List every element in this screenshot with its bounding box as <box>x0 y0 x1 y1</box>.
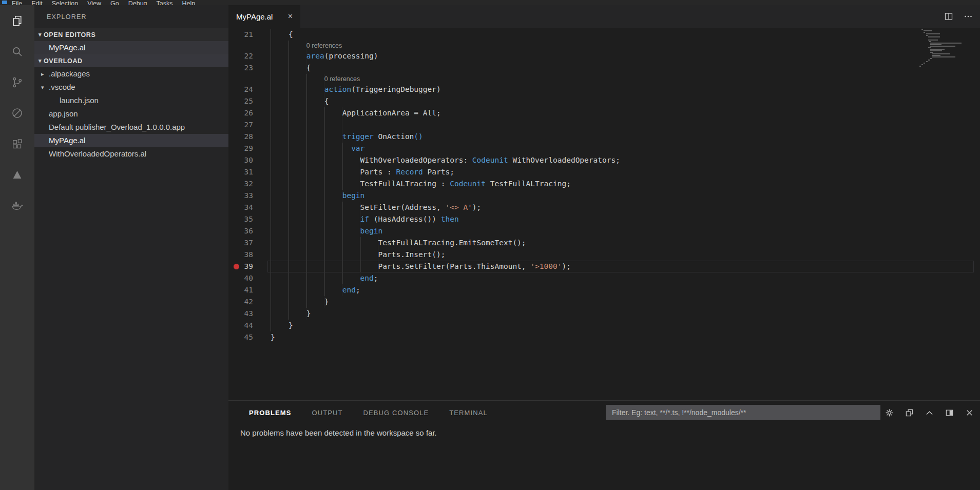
close-icon[interactable]: × <box>288 12 293 21</box>
menu-item-tasks[interactable]: Tasks <box>152 0 178 5</box>
activity-search[interactable] <box>0 36 34 67</box>
code-line-content[interactable]: { <box>271 95 980 107</box>
activity-debug[interactable] <box>0 97 34 128</box>
breakpoint-gutter[interactable]: 31 <box>228 166 271 178</box>
menu-item-edit[interactable]: Edit <box>27 0 47 5</box>
tree-item-default-publisher-overload-1-0-0-0-app[interactable]: Default publisher_Overload_1.0.0.0.app <box>34 121 228 134</box>
code-editor[interactable]: 21{0 references22area(processing)23{0 re… <box>228 28 980 400</box>
filter-icon[interactable] <box>885 408 894 417</box>
menu-item-file[interactable]: File <box>7 0 27 5</box>
breakpoint-gutter[interactable]: 29 <box>228 143 271 154</box>
code-line-content[interactable]: TestFullALTracing.EmitSomeText(); <box>271 237 980 249</box>
code-line-24: 24action(TriggeringDebugger) <box>228 84 980 95</box>
breakpoint-gutter[interactable]: 39 <box>228 261 271 272</box>
problems-filter-input[interactable] <box>606 405 880 420</box>
activity-source-control[interactable] <box>0 67 34 97</box>
code-line-content[interactable] <box>271 119 980 131</box>
activity-docker[interactable] <box>0 190 34 221</box>
code-line-content[interactable]: trigger OnAction() <box>271 131 980 143</box>
menu-item-go[interactable]: Go <box>106 0 124 5</box>
code-line-content[interactable]: end; <box>271 272 980 284</box>
menu-item-debug[interactable]: Debug <box>124 0 152 5</box>
code-line-content[interactable]: action(TriggeringDebugger) <box>271 84 980 95</box>
more-actions-icon[interactable] <box>964 12 973 21</box>
open-editor-item-mypage-al[interactable]: MyPAge.al <box>34 41 228 54</box>
panel-tab-output[interactable]: OUTPUT <box>312 409 342 417</box>
menu-item-selection[interactable]: Selection <box>47 0 83 5</box>
code-line-content[interactable]: area(processing) <box>271 50 980 62</box>
breakpoint-gutter[interactable]: 24 <box>228 84 271 95</box>
code-line-37: 37TestFullALTracing.EmitSomeText(); <box>228 237 980 249</box>
tree-item-alpackages[interactable]: ▸.alpackages <box>34 67 228 81</box>
code-line-content[interactable]: if (HasAddress()) then <box>271 213 980 225</box>
code-line-content[interactable]: SetFilter(Address, '<> A'); <box>271 202 980 213</box>
panel-tab-debug-console[interactable]: DEBUG CONSOLE <box>363 409 429 417</box>
breakpoint-gutter[interactable]: 23 <box>228 62 271 74</box>
section-folder[interactable]: ▾ OVERLOAD <box>34 54 228 67</box>
code-line-30: 30WithOverloadedOperators: Codeunit With… <box>228 154 980 166</box>
breakpoint-gutter[interactable]: 34 <box>228 202 271 213</box>
menu-item-help[interactable]: Help <box>178 0 200 5</box>
code-line-content[interactable]: end; <box>271 284 980 296</box>
breakpoint-gutter[interactable]: 37 <box>228 237 271 249</box>
code-line-content[interactable]: { <box>271 29 980 41</box>
breakpoint-gutter[interactable]: 44 <box>228 320 271 331</box>
codelens-references[interactable]: 0 references <box>324 75 360 83</box>
split-editor-icon[interactable] <box>944 12 953 21</box>
breakpoint-gutter[interactable]: 32 <box>228 178 271 190</box>
tree-item-launch-json[interactable]: launch.json <box>34 94 228 107</box>
activity-azure[interactable] <box>0 159 34 190</box>
breakpoint-gutter[interactable]: 35 <box>228 213 271 225</box>
code-line-content[interactable]: { <box>271 62 980 74</box>
code-line-content[interactable]: } <box>271 331 980 343</box>
move-panel-icon[interactable] <box>945 408 954 417</box>
breakpoint-gutter[interactable]: 22 <box>228 50 271 62</box>
menu-item-view[interactable]: View <box>83 0 106 5</box>
code-line-content[interactable]: WithOverloadedOperators: Codeunit WithOv… <box>271 154 980 166</box>
code-line-content[interactable]: Parts.SetFilter(Parts.ThisAmount, '>1000… <box>271 261 980 272</box>
code-line-content[interactable]: } <box>271 320 980 331</box>
tab-mypage-al[interactable]: MyPAge.al× <box>228 5 300 28</box>
breakpoint-icon[interactable] <box>234 264 239 269</box>
close-panel-icon[interactable] <box>965 408 974 417</box>
breakpoint-gutter[interactable]: 41 <box>228 284 271 296</box>
code-line-content[interactable]: } <box>271 308 980 320</box>
breakpoint-gutter[interactable]: 26 <box>228 107 271 119</box>
code-line-content[interactable]: begin <box>271 190 980 202</box>
tree-item-mypage-al[interactable]: MyPAge.al <box>34 134 228 147</box>
code-line-content[interactable]: } <box>271 296 980 308</box>
breakpoint-gutter[interactable]: 33 <box>228 190 271 202</box>
line-number: 22 <box>244 50 253 62</box>
code-line-content[interactable]: begin <box>271 225 980 237</box>
code-line-content[interactable]: Parts.Insert(); <box>271 249 980 261</box>
breakpoint-gutter[interactable]: 21 <box>228 29 271 41</box>
activity-extensions[interactable] <box>0 128 34 159</box>
breakpoint-gutter[interactable]: 36 <box>228 225 271 237</box>
code-line-content[interactable]: TestFullALTracing : Codeunit TestFullALT… <box>271 178 980 190</box>
minimap[interactable] <box>915 29 973 67</box>
breakpoint-gutter[interactable]: 45 <box>228 331 271 343</box>
breakpoint-gutter[interactable]: 27 <box>228 119 271 131</box>
breakpoint-gutter[interactable]: 40 <box>228 272 271 284</box>
code-line-content[interactable]: var <box>271 143 980 154</box>
collapse-all-icon[interactable] <box>905 408 914 417</box>
panel-tab-terminal[interactable]: TERMINAL <box>449 409 488 417</box>
activity-explorer[interactable] <box>0 5 34 36</box>
tree-item-label: launch.json <box>60 94 99 107</box>
code-line-content[interactable]: ApplicationArea = All; <box>271 107 980 119</box>
maximize-panel-icon[interactable] <box>925 408 934 417</box>
codelens-references[interactable]: 0 references <box>306 42 342 49</box>
section-open-editors[interactable]: ▾ OPEN EDITORS <box>34 28 228 41</box>
breakpoint-gutter[interactable]: 28 <box>228 131 271 143</box>
breakpoint-gutter[interactable]: 42 <box>228 296 271 308</box>
breakpoint-gutter[interactable]: 25 <box>228 95 271 107</box>
tree-item-vscode[interactable]: ▾.vscode <box>34 81 228 94</box>
breakpoint-gutter[interactable]: 43 <box>228 308 271 320</box>
minimap-line <box>930 52 933 53</box>
tree-item-withoverloadedoperators-al[interactable]: WithOverloadedOperators.al <box>34 147 228 161</box>
tree-item-app-json[interactable]: app.json <box>34 107 228 121</box>
panel-tab-problems[interactable]: PROBLEMS <box>249 409 291 417</box>
breakpoint-gutter[interactable]: 30 <box>228 154 271 166</box>
code-line-content[interactable]: Parts : Record Parts; <box>271 166 980 178</box>
breakpoint-gutter[interactable]: 38 <box>228 249 271 261</box>
